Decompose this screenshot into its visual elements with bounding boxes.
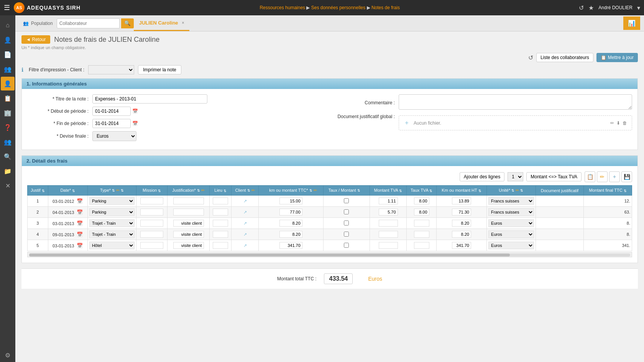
montant-tva-input-0[interactable]	[379, 197, 398, 204]
qty-select[interactable]: 1235	[508, 172, 523, 181]
table-edit-icon[interactable]: ✏	[597, 171, 608, 182]
justification-input-3[interactable]	[173, 231, 204, 238]
km-ht-input-3[interactable]	[452, 231, 471, 238]
lieu-input-0[interactable]	[213, 197, 228, 204]
sidebar-item-team[interactable]: 👥	[1, 62, 15, 76]
download-doc-icon[interactable]: ⬇	[616, 120, 620, 126]
taux-checkbox-3[interactable]	[344, 232, 349, 237]
taux-checkbox-4[interactable]	[344, 243, 349, 248]
add-lines-button[interactable]: Ajouter des lignes	[460, 172, 504, 181]
row-cal-icon-4[interactable]: 📅	[77, 243, 83, 248]
lieu-input-1[interactable]	[213, 209, 228, 216]
justification-input-0[interactable]	[173, 197, 204, 204]
list-collaborateurs-button[interactable]: Liste des collaborateurs	[536, 53, 593, 62]
sidebar-item-company[interactable]: 🏢	[1, 106, 15, 120]
page-refresh-icon[interactable]: ↺	[528, 54, 533, 61]
mettre-a-jour-button[interactable]: 📋 Mettre à jour	[596, 53, 638, 62]
devise-select[interactable]: Euros Francs suisses Dollar	[92, 131, 136, 141]
km-ttc-input-0[interactable]	[279, 197, 302, 204]
debut-periode-input[interactable]	[92, 107, 131, 116]
mission-input-1[interactable]	[140, 209, 163, 216]
montant-tva-input-4[interactable]	[379, 242, 398, 249]
type-select-0[interactable]: Parking Parking Trajet - Train Hôtel Res…	[89, 197, 135, 205]
edit-doc-icon[interactable]: ✏	[610, 120, 614, 126]
km-ht-input-0[interactable]	[452, 197, 471, 204]
table-export-icon[interactable]: 📋	[585, 171, 595, 182]
mission-input-4[interactable]	[140, 242, 163, 249]
type-select-3[interactable]: Trajet - Train Parking Trajet - Train Hô…	[89, 230, 135, 238]
calc-tva-button[interactable]: Montant <=> Taux TVA	[526, 172, 582, 181]
fin-calendar-icon[interactable]: 📅	[132, 121, 138, 126]
upload-add-icon[interactable]: ＋	[404, 119, 410, 127]
client-filter-select[interactable]	[88, 65, 134, 74]
search-button[interactable]: 🔍	[121, 18, 134, 28]
taux-tva-input-1[interactable]	[414, 209, 429, 216]
tab-close-icon[interactable]: ×	[182, 21, 184, 25]
type-select-1[interactable]: Parking Parking Trajet - Train Hôtel Res…	[89, 208, 135, 216]
sidebar-item-employee[interactable]: 👤	[1, 77, 15, 90]
type-select-2[interactable]: Trajet - Train Parking Trajet - Train Hô…	[89, 219, 135, 227]
taux-checkbox-1[interactable]	[344, 209, 349, 214]
client-link-icon-3[interactable]: ↗	[243, 232, 247, 237]
lieu-input-3[interactable]	[213, 231, 228, 238]
row-cal-icon-1[interactable]: 📅	[77, 209, 83, 215]
justification-input-1[interactable]	[173, 209, 204, 216]
taux-checkbox-2[interactable]	[344, 220, 349, 225]
lieu-input-2[interactable]	[213, 220, 228, 227]
commentaire-textarea[interactable]	[399, 94, 632, 110]
sidebar-item-teams2[interactable]: 👥	[1, 135, 15, 149]
taux-tva-input-3[interactable]	[414, 231, 429, 238]
lieu-input-4[interactable]	[213, 242, 228, 249]
km-ttc-input-2[interactable]	[279, 220, 302, 227]
taux-tva-input-4[interactable]	[414, 242, 429, 249]
orange-action-button[interactable]: 📊	[623, 16, 640, 30]
user-menu[interactable]: André DOULIER	[598, 5, 632, 10]
sidebar-item-documents[interactable]: 📄	[1, 48, 15, 61]
km-ttc-input-3[interactable]	[279, 231, 302, 238]
sidebar-item-search[interactable]: 🔍	[1, 150, 15, 163]
type-select-4[interactable]: Hôtel Parking Trajet - Train Hôtel Resta…	[89, 242, 135, 249]
client-link-icon-0[interactable]: ↗	[243, 199, 247, 203]
sidebar-item-profile[interactable]: 👤	[1, 33, 15, 47]
km-ht-input-4[interactable]	[452, 242, 471, 249]
taux-checkbox-0[interactable]	[344, 198, 349, 203]
sidebar-item-home[interactable]: ⌂	[1, 18, 15, 32]
client-link-icon-1[interactable]: ↗	[243, 210, 247, 214]
client-link-icon-2[interactable]: ↗	[243, 221, 247, 225]
sidebar-item-files[interactable]: 📁	[1, 164, 15, 178]
client-link-icon-4[interactable]: ↗	[243, 243, 247, 248]
favorites-icon[interactable]: ★	[588, 4, 594, 12]
km-ht-input-1[interactable]	[452, 209, 471, 216]
refresh-icon[interactable]: ↺	[579, 4, 584, 12]
justification-input-4[interactable]	[173, 242, 204, 249]
sidebar-item-help[interactable]: ❓	[1, 120, 15, 134]
hamburger-menu[interactable]: ☰	[4, 3, 10, 12]
row-cal-icon-2[interactable]: 📅	[77, 220, 83, 226]
mission-input-0[interactable]	[140, 197, 163, 204]
taux-tva-input-2[interactable]	[414, 220, 429, 227]
montant-tva-input-1[interactable]	[379, 209, 398, 216]
unite-select-4[interactable]: Euros Euros Francs suisses Dollar	[488, 242, 534, 249]
mission-input-3[interactable]	[140, 231, 163, 238]
unite-select-3[interactable]: Euros Euros Francs suisses Dollar	[488, 230, 534, 238]
km-ht-input-2[interactable]	[452, 220, 471, 227]
sidebar-item-settings[interactable]: ⚙	[1, 348, 15, 362]
unite-select-0[interactable]: Francs suisses Euros Francs suisses Doll…	[488, 197, 534, 205]
montant-tva-input-3[interactable]	[379, 231, 398, 238]
km-ttc-input-1[interactable]	[279, 209, 302, 216]
row-cal-icon-3[interactable]: 📅	[77, 232, 83, 237]
delete-doc-icon[interactable]: 🗑	[623, 120, 627, 126]
montant-tva-input-2[interactable]	[379, 220, 398, 227]
row-cal-icon-0[interactable]: 📅	[77, 198, 83, 204]
mission-input-2[interactable]	[140, 220, 163, 227]
unite-select-2[interactable]: Euros Euros Francs suisses Dollar	[488, 219, 534, 227]
user-dropdown-icon[interactable]: ▾	[637, 4, 640, 12]
sidebar-item-reports[interactable]: 📋	[1, 91, 15, 105]
table-add-icon[interactable]: ＋	[609, 171, 620, 182]
justification-input-2[interactable]	[173, 220, 204, 227]
tab-julien-caroline[interactable]: JULIEN Caroline ×	[134, 15, 190, 31]
taux-tva-input-0[interactable]	[414, 197, 429, 204]
back-button[interactable]: ◄ Retour	[21, 35, 50, 44]
print-button[interactable]: Imprimer la note	[138, 65, 181, 74]
unite-select-1[interactable]: Francs suisses Euros Francs suisses Doll…	[488, 208, 534, 216]
